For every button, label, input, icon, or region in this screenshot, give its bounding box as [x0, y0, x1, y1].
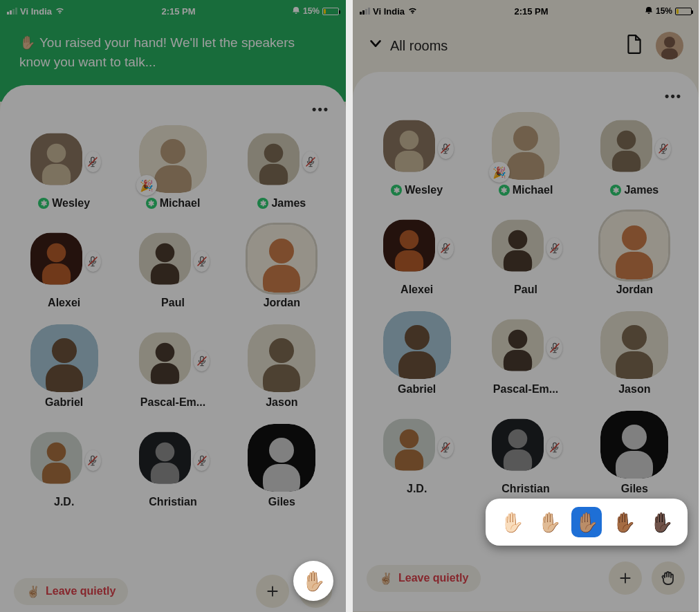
room-menu-button[interactable]: •••	[665, 89, 682, 104]
raise-hand-button[interactable]	[652, 562, 685, 595]
svg-rect-100	[398, 351, 436, 379]
speaker-wesley[interactable]: ✱Wesley	[17, 125, 111, 210]
svg-point-109	[622, 325, 647, 350]
speaker-alexei[interactable]: Alexei	[17, 225, 111, 309]
party-badge: 🎉	[489, 162, 510, 183]
avatar[interactable]: 🎉	[492, 112, 560, 180]
avatar[interactable]	[492, 411, 560, 479]
speaker-name-row: Giles	[621, 483, 648, 495]
svg-point-60	[269, 438, 294, 463]
avatar[interactable]	[30, 424, 98, 492]
speaker-giles[interactable]: Giles	[587, 411, 682, 495]
svg-rect-110	[616, 351, 653, 379]
skin-tone-option-0[interactable]: ✋🏻	[497, 507, 527, 537]
avatar[interactable]	[30, 125, 98, 193]
speaker-name-row: ✱Wesley	[38, 197, 90, 210]
alarm-icon	[645, 6, 653, 17]
avatar[interactable]	[383, 411, 451, 479]
avatar[interactable]	[492, 212, 560, 279]
avatar[interactable]	[30, 225, 98, 293]
speaker-name: Wesley	[52, 197, 90, 210]
svg-point-67	[399, 131, 418, 150]
speaker-j-d-[interactable]: J.D.	[369, 411, 464, 495]
muted-icon	[438, 138, 454, 159]
speaker-jason[interactable]: Jason	[234, 324, 329, 409]
svg-point-103	[508, 330, 528, 349]
speaker-jordan[interactable]: Jordan	[234, 225, 329, 309]
svg-point-34	[52, 338, 77, 363]
speaker-michael[interactable]: 🎉✱Michael	[478, 112, 573, 196]
avatar[interactable]	[139, 424, 207, 492]
avatar[interactable]	[383, 112, 451, 180]
avatar[interactable]	[383, 212, 451, 279]
speaker-paul[interactable]: Paul	[125, 225, 220, 309]
svg-point-24	[156, 243, 175, 263]
svg-rect-61	[263, 464, 300, 492]
speaker-name-row: ✱James	[257, 197, 306, 210]
leave-quietly-button[interactable]: ✌🏼 Leave quietly	[14, 578, 128, 605]
speaker-name-row: Gabriel	[45, 396, 83, 409]
battery-icon	[675, 8, 692, 15]
document-icon[interactable]	[625, 34, 643, 57]
avatar[interactable]	[492, 311, 560, 379]
avatar[interactable]	[600, 411, 668, 479]
skin-tone-option-2[interactable]: ✋🏽	[571, 507, 602, 537]
svg-rect-31	[263, 265, 300, 293]
speaker-christian[interactable]: Christian	[478, 411, 573, 495]
avatar[interactable]	[600, 212, 668, 279]
speaker-gabriel[interactable]: Gabriel	[17, 324, 111, 409]
speaker-paul[interactable]: Paul	[478, 212, 573, 296]
peace-icon: ✌🏼	[26, 585, 40, 598]
speaker-jason[interactable]: Jason	[587, 311, 682, 396]
avatar[interactable]	[139, 225, 207, 293]
avatar[interactable]: 🎉	[139, 125, 207, 193]
skin-tone-popup: ✋🏻✋🏼✋🏽✋🏾✋🏿	[486, 499, 688, 546]
svg-point-119	[508, 429, 528, 449]
room-menu-button[interactable]: •••	[312, 102, 329, 117]
speaker-pascal-em-[interactable]: Pascal-Em...	[478, 311, 573, 396]
speaker-james[interactable]: ✱James	[587, 112, 682, 196]
speaker-name-row: Paul	[161, 297, 185, 309]
phone-right: Vi India 2:15 PM 15% All rooms	[353, 0, 699, 612]
raise-hand-button-highlight[interactable]: ✋🏼	[293, 561, 333, 601]
speaker-alexei[interactable]: Alexei	[369, 212, 464, 296]
speaker-giles[interactable]: Giles	[234, 424, 329, 508]
speaker-michael[interactable]: 🎉✱Michael	[125, 125, 220, 210]
avatar[interactable]	[248, 125, 315, 193]
moderator-badge: ✱	[499, 185, 510, 196]
clock: 2:15 PM	[161, 6, 195, 17]
skin-tone-option-1[interactable]: ✋🏼	[534, 507, 564, 537]
skin-tone-option-4[interactable]: ✋🏿	[646, 507, 676, 537]
speaker-j-d-[interactable]: J.D.	[17, 424, 111, 508]
avatar[interactable]	[248, 225, 315, 293]
svg-rect-25	[151, 263, 179, 290]
avatar[interactable]	[248, 324, 315, 392]
speaker-gabriel[interactable]: Gabriel	[369, 311, 464, 396]
avatar[interactable]	[383, 311, 451, 379]
avatar[interactable]	[600, 311, 668, 379]
speaker-name: Jordan	[616, 284, 653, 296]
profile-avatar[interactable]	[656, 32, 683, 59]
avatar[interactable]	[248, 424, 315, 492]
avatar[interactable]	[139, 324, 207, 392]
svg-rect-68	[395, 151, 423, 177]
muted-icon	[194, 351, 210, 371]
speaker-pascal-em-[interactable]: Pascal-Em...	[125, 324, 220, 409]
muted-icon	[194, 450, 210, 471]
muted-icon	[85, 251, 101, 272]
speaker-james[interactable]: ✱James	[234, 125, 329, 210]
add-button[interactable]	[609, 562, 642, 595]
clock: 2:15 PM	[514, 6, 548, 17]
all-rooms-button[interactable]: All rooms	[368, 36, 448, 55]
moderator-badge: ✱	[146, 198, 157, 209]
avatar[interactable]	[30, 324, 98, 392]
speaker-wesley[interactable]: ✱Wesley	[369, 112, 464, 196]
speaker-jordan[interactable]: Jordan	[587, 212, 682, 296]
peace-icon: ✌🏼	[379, 572, 393, 585]
leave-quietly-button[interactable]: ✌🏼 Leave quietly	[367, 565, 481, 592]
avatar[interactable]	[600, 112, 668, 180]
speaker-christian[interactable]: Christian	[125, 424, 220, 508]
skin-tone-option-3[interactable]: ✋🏾	[609, 507, 639, 537]
speaker-grid: ✱Wesley🎉✱Michael✱JamesAlexeiPaulJordanGa…	[17, 125, 329, 508]
add-button[interactable]	[256, 575, 289, 608]
